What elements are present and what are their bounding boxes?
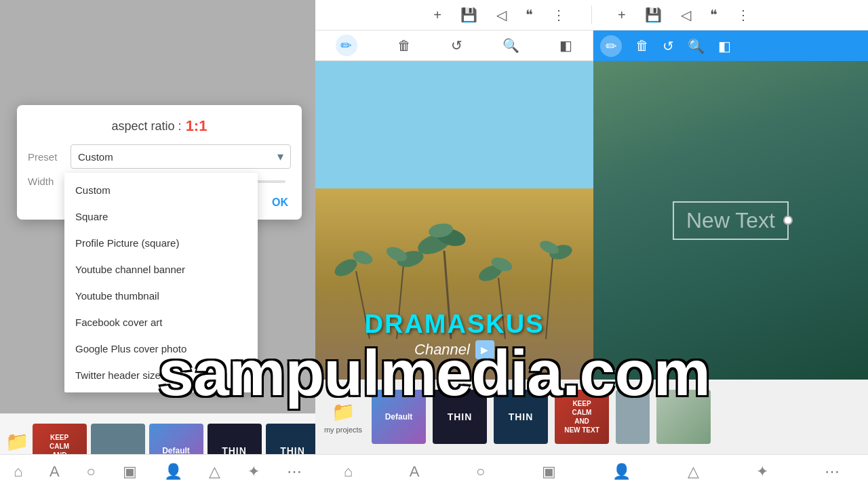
right-thumb-thin-text-1: THIN [448, 411, 473, 422]
nav-home-icon[interactable]: ⌂ [14, 463, 22, 481]
canvas-area: DRAMASKUS Channel ▶ New Text [315, 61, 868, 380]
right-thumb-default-text: Default [385, 412, 413, 422]
bottom-nav-left: ⌂ A ○ ▣ 👤 △ ✦ ⋯ [0, 454, 315, 488]
right-thumb-calm[interactable]: KEEPCALMANDNEW TEXT [555, 390, 609, 444]
right-area: + 💾 ◁ ❝ ⋮ + 💾 ◁ ❝ ⋮ ✏ 🗑 ↺ 🔍 ◧ ✏ 🗑 ↺ 🔍 ◧ [315, 0, 868, 488]
edit-icon-right[interactable]: ✏ [600, 35, 622, 57]
share-icon-1[interactable]: ◁ [496, 7, 507, 23]
right-thumb-green[interactable] [656, 390, 711, 444]
undo-icon-right[interactable]: ↺ [663, 38, 674, 54]
rnav-home-icon[interactable]: ⌂ [344, 463, 353, 481]
add-icon-2[interactable]: + [618, 7, 626, 23]
new-text-box[interactable]: New Text [673, 201, 789, 240]
rnav-triangle-icon[interactable]: △ [688, 463, 699, 481]
canvas-left[interactable]: DRAMASKUS Channel ▶ [315, 61, 593, 380]
layers-icon-left[interactable]: ◧ [559, 37, 572, 54]
share-icon-2[interactable]: ◁ [681, 7, 691, 23]
dropdown-item-youtube-thumb[interactable]: Youtube thumbnail [64, 283, 258, 309]
dropdown-item-youtube-banner[interactable]: Youtube channel banner [64, 256, 258, 283]
rnav-shapes-icon[interactable]: ○ [476, 463, 485, 481]
rnav-photo-icon[interactable]: ▣ [542, 463, 556, 481]
canvas-subtitle: Channel [414, 341, 470, 359]
nav-star-icon[interactable]: ✦ [248, 463, 260, 481]
nav-more-icon[interactable]: ⋯ [287, 463, 302, 481]
more-icon-1[interactable]: ⋮ [552, 7, 566, 23]
left-panel: aspect ratio : 1:1 Preset Custom ▾ Width… [0, 0, 315, 488]
canvas-left-overlay: DRAMASKUS Channel ▶ [315, 310, 593, 359]
preset-selected: Custom [78, 151, 113, 163]
preset-dropdown[interactable]: Custom ▾ [71, 144, 291, 169]
save-icon-2[interactable]: 💾 [645, 7, 662, 23]
second-toolbar-row: ✏ 🗑 ↺ 🔍 ◧ ✏ 🗑 ↺ 🔍 ◧ [315, 30, 868, 61]
second-toolbar-right: ✏ 🗑 ↺ 🔍 ◧ [593, 30, 868, 61]
rnav-person-icon[interactable]: 👤 [612, 463, 631, 481]
right-thumb-calm-text: KEEPCALMANDNEW TEXT [564, 399, 599, 434]
aspect-ratio-label: aspect ratio : [112, 119, 182, 134]
right-thumb-default[interactable]: Default [372, 390, 426, 444]
dropdown-item-twitter[interactable]: Twitter header size [64, 362, 258, 388]
bottom-row-right: 📁 my projects Default THIN THIN KEEPCALM… [315, 380, 868, 454]
folder-icon-right: 📁 [332, 401, 355, 423]
canvas-right[interactable]: New Text [593, 61, 868, 380]
nav-shapes-icon[interactable]: ○ [87, 463, 96, 481]
aspect-ratio-value: 1:1 [186, 117, 208, 135]
canvas-title: DRAMASKUS [365, 310, 545, 339]
quote-icon-2[interactable]: ❝ [710, 7, 717, 23]
top-toolbar: + 💾 ◁ ❝ ⋮ + 💾 ◁ ❝ ⋮ [315, 0, 868, 30]
dropdown-arrow-icon: ▾ [277, 149, 283, 164]
preset-row: Preset Custom ▾ [28, 144, 291, 169]
preset-label: Preset [28, 151, 65, 163]
right-thumb-thin-1[interactable]: THIN [433, 390, 487, 444]
rnav-star-icon[interactable]: ✦ [756, 463, 768, 481]
width-label: Width [28, 176, 65, 187]
dropdown-item-profile[interactable]: Profile Picture (square) [64, 230, 258, 256]
rnav-more-icon[interactable]: ⋯ [825, 463, 840, 481]
dropdown-item-googleplus[interactable]: Google Plus cover photo [64, 336, 258, 362]
add-icon-1[interactable]: + [433, 7, 441, 23]
dropdown-item-square[interactable]: Square [64, 203, 258, 230]
second-toolbar-left: ✏ 🗑 ↺ 🔍 ◧ [315, 30, 593, 61]
bottom-nav-right: ⌂ A ○ ▣ 👤 △ ✦ ⋯ [315, 454, 868, 488]
right-thumb-thin-text-2: THIN [509, 411, 534, 422]
delete-icon-left[interactable]: 🗑 [397, 38, 411, 54]
ok-button[interactable]: OK [272, 197, 288, 209]
undo-icon-left[interactable]: ↺ [451, 37, 462, 54]
right-thumb-thin-2[interactable]: THIN [494, 390, 548, 444]
right-thumb-empty[interactable] [616, 390, 650, 444]
new-text-content: New Text [686, 208, 775, 232]
nav-text-icon[interactable]: A [50, 463, 60, 481]
dropdown-menu: Custom Square Profile Picture (square) Y… [64, 173, 258, 392]
nav-photo-icon[interactable]: ▣ [123, 463, 137, 481]
my-projects-button-right[interactable]: 📁 my projects [319, 386, 367, 447]
folder-icon: 📁 [5, 430, 29, 453]
toolbar-separator-1 [591, 5, 592, 24]
dropdown-item-custom[interactable]: Custom [64, 177, 258, 203]
nav-triangle-icon[interactable]: △ [209, 463, 220, 481]
save-icon-1[interactable]: 💾 [460, 7, 477, 23]
edit-icon-left[interactable]: ✏ [336, 35, 357, 56]
more-icon-2[interactable]: ⋮ [736, 7, 750, 23]
rnav-text-icon[interactable]: A [410, 463, 420, 481]
quote-icon-1[interactable]: ❝ [526, 7, 533, 23]
my-projects-label-right: my projects [324, 426, 362, 434]
delete-icon-right[interactable]: 🗑 [635, 38, 649, 54]
zoom-icon-right[interactable]: 🔍 [688, 38, 705, 54]
nav-person-icon[interactable]: 👤 [164, 463, 182, 481]
play-icon: ▶ [475, 340, 494, 359]
dropdown-item-facebook[interactable]: Facebook cover art [64, 309, 258, 336]
layers-icon-right[interactable]: ◧ [718, 38, 731, 54]
aspect-ratio-header: aspect ratio : 1:1 [28, 117, 291, 135]
channel-row: Channel ▶ [414, 340, 494, 359]
zoom-icon-left[interactable]: 🔍 [502, 37, 519, 54]
text-resize-handle[interactable] [783, 216, 793, 225]
